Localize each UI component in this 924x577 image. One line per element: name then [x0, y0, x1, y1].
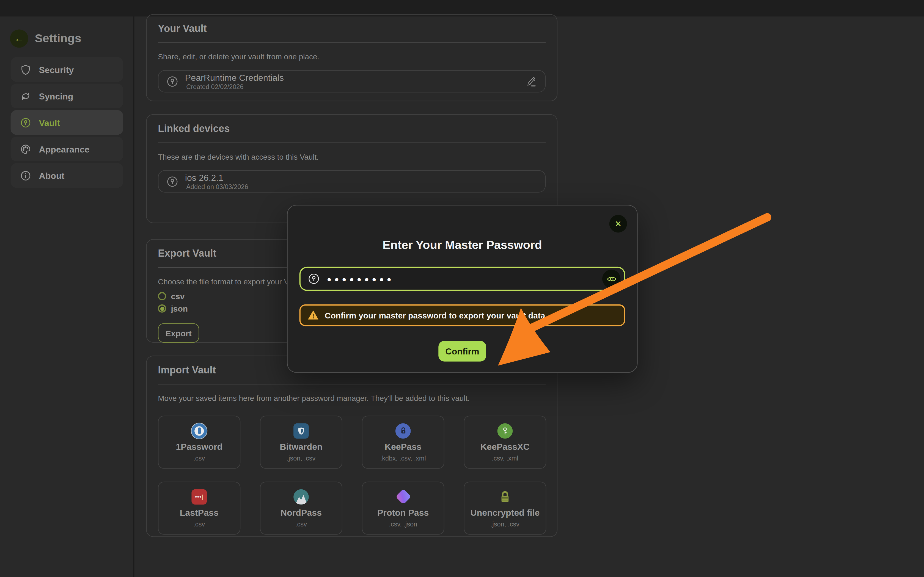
sidebar-item-syncing[interactable]: Syncing [11, 84, 123, 108]
import-tile-keepassxc[interactable]: KeePassXC .csv, .xml [464, 416, 546, 469]
device-meta: Added on 03/03/2026 [186, 183, 248, 190]
warning-banner: Confirm your master password to export y… [299, 305, 625, 326]
import-tile-protonpass[interactable]: Proton Pass .csv, .json [362, 482, 444, 535]
radio-csv-label: csv [171, 292, 184, 301]
warning-text: Confirm your master password to export y… [325, 311, 548, 320]
vault-meta: Created 02/02/2026 [186, 83, 284, 90]
tile-label: 1Password [176, 441, 223, 451]
linked-devices-title: Linked devices [158, 123, 546, 135]
1password-icon [191, 423, 207, 438]
divider [158, 384, 546, 384]
sidebar-item-vault[interactable]: Vault [11, 110, 123, 135]
back-button[interactable]: ← [10, 29, 28, 48]
edit-vault-icon[interactable] [525, 75, 537, 87]
nordpass-icon [293, 489, 309, 504]
bitwarden-icon [293, 423, 309, 438]
your-vault-description: Share, edit, or delete your vault from o… [158, 53, 546, 61]
modal-title: Enter Your Master Password [288, 239, 637, 252]
page-title: Settings [35, 32, 81, 45]
unencrypted-file-icon [498, 489, 513, 504]
divider [158, 42, 546, 43]
tile-label: KeePass [385, 441, 422, 451]
tile-formats: .csv, .json [389, 520, 417, 527]
export-button[interactable]: Export [158, 323, 199, 343]
import-tiles-grid: 1Password .csv Bitwarden .json, .csv [158, 416, 546, 535]
tile-label: Bitwarden [279, 441, 322, 451]
sidebar-item-label: Security [39, 64, 74, 74]
warning-icon [308, 309, 319, 321]
vault-key-icon [20, 117, 31, 128]
sidebar-nav: Security Syncing Vault Appearance [11, 57, 123, 188]
import-vault-card: Import Vault Move your saved items here … [146, 356, 557, 537]
divider [158, 143, 546, 143]
sidebar-item-appearance[interactable]: Appearance [11, 137, 123, 161]
key-icon [166, 75, 178, 87]
sidebar-item-label: About [39, 170, 65, 180]
lastpass-icon: •••| [191, 489, 207, 504]
toggle-password-visibility-button[interactable] [602, 269, 620, 288]
tile-label: Proton Pass [377, 507, 429, 517]
import-tile-nordpass[interactable]: NordPass .csv [260, 482, 342, 535]
tile-formats: .csv [193, 520, 205, 527]
sidebar-item-security[interactable]: Security [11, 57, 123, 82]
master-password-input[interactable]: ••••••••• [299, 267, 625, 291]
key-icon [166, 175, 178, 188]
sidebar-item-label: Syncing [39, 91, 73, 101]
keepass-icon [396, 423, 411, 438]
close-icon: ✕ [615, 219, 622, 228]
palette-icon [20, 143, 31, 155]
import-tile-bitwarden[interactable]: Bitwarden .json, .csv [260, 416, 342, 469]
info-icon [20, 170, 31, 181]
your-vault-card: Your Vault Share, edit, or delete your v… [146, 14, 557, 101]
tile-label: Unencrypted file [470, 507, 540, 517]
your-vault-title: Your Vault [158, 23, 546, 35]
shield-icon [20, 64, 31, 75]
tile-label: KeePassXC [480, 441, 530, 451]
sync-icon [20, 90, 31, 102]
tile-label: NordPass [281, 507, 322, 517]
settings-page: ← Settings Security Syncing Vau [0, 0, 924, 577]
tile-formats: .kdbx, .csv, .xml [380, 454, 426, 461]
import-tile-lastpass[interactable]: •••| LastPass .csv [158, 482, 240, 535]
sidebar: ← Settings Security Syncing Vau [0, 16, 134, 577]
vault-name: PearRuntime Credentials [185, 73, 284, 82]
tile-formats: .csv, .xml [492, 454, 518, 461]
master-password-modal: ✕ Enter Your Master Password ••••••••• C… [287, 205, 638, 373]
close-button[interactable]: ✕ [609, 215, 627, 232]
password-masked-value: ••••••••• [326, 278, 393, 279]
import-vault-description: Move your saved items here from another … [158, 394, 546, 403]
tile-formats: .csv [296, 520, 307, 527]
sidebar-header: ← Settings [10, 29, 133, 48]
linked-devices-description: These are the devices with access to thi… [158, 153, 546, 161]
import-tile-keepass[interactable]: KeePass .kdbx, .csv, .xml [362, 416, 444, 469]
sidebar-item-label: Appearance [39, 144, 89, 154]
sidebar-item-label: Vault [39, 118, 60, 127]
tile-formats: .json, .csv [287, 454, 316, 461]
sidebar-item-about[interactable]: About [11, 163, 123, 188]
key-icon [308, 272, 320, 285]
back-arrow-icon: ← [14, 34, 24, 44]
import-tile-1password[interactable]: 1Password .csv [158, 416, 240, 469]
tile-formats: .json, .csv [491, 520, 520, 527]
eye-icon [606, 273, 617, 284]
keepassxc-icon [498, 423, 513, 438]
radio-json-icon[interactable] [158, 305, 166, 313]
radio-json-label: json [171, 304, 188, 313]
vault-row[interactable]: PearRuntime Credentials Created 02/02/20… [158, 70, 546, 92]
import-tile-unencrypted-file[interactable]: Unencrypted file .json, .csv [464, 482, 546, 535]
confirm-button[interactable]: Confirm [438, 341, 486, 362]
device-name: ios 26.2.1 [185, 172, 248, 182]
radio-csv-icon[interactable] [158, 292, 166, 300]
device-row[interactable]: ios 26.2.1 Added on 03/03/2026 [158, 170, 546, 192]
tile-label: LastPass [180, 507, 219, 517]
tile-formats: .csv [193, 454, 205, 461]
protonpass-icon [396, 489, 411, 504]
